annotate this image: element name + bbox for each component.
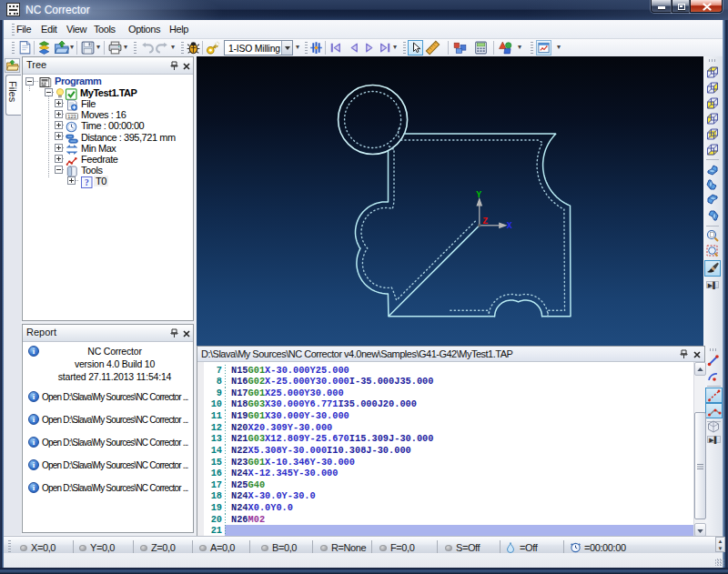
svg-text:Z: Z — [482, 217, 488, 227]
svg-text:123: 123 — [67, 114, 76, 119]
svg-text:?: ? — [85, 178, 89, 187]
svg-text:X: X — [507, 221, 512, 231]
svg-text:Y: Y — [476, 190, 481, 200]
